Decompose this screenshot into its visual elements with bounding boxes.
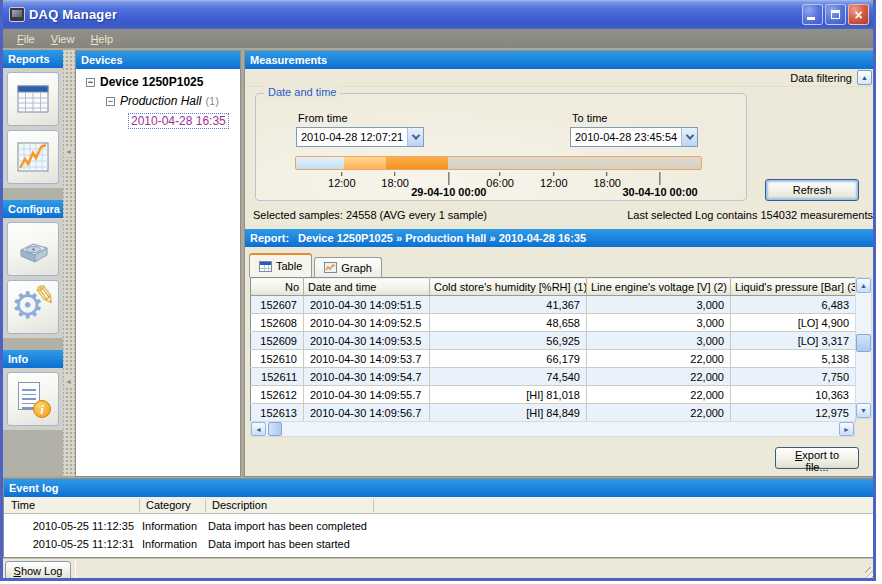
scroll-down-icon[interactable]: ▼ bbox=[856, 403, 871, 418]
tick-mark bbox=[607, 172, 608, 176]
timeline-tick: 18:00 bbox=[381, 172, 409, 189]
timeline-tick: 30-04-10 00:00 bbox=[622, 172, 697, 198]
reports-table-button[interactable] bbox=[7, 72, 59, 126]
event-log-header: Event log bbox=[4, 479, 876, 497]
tick-label: 12:00 bbox=[328, 177, 356, 189]
tree-node-log[interactable]: 2010-04-28 16:35 bbox=[128, 113, 236, 129]
table-row[interactable]: 152610 2010-04-30 14:09:53.7 66,179 22,0… bbox=[251, 350, 856, 368]
cell-pressure: 12,975 bbox=[731, 404, 856, 422]
event-description: Data import has been completed bbox=[208, 518, 367, 535]
from-time-select[interactable]: 2010-04-28 12:07:21 bbox=[296, 127, 424, 147]
col-datetime[interactable]: Date and time bbox=[304, 278, 430, 296]
range-segment-before[interactable] bbox=[296, 157, 344, 169]
status-bar: Show Log bbox=[3, 558, 876, 581]
sidebar-splitter[interactable]: ◄ ◄ bbox=[63, 50, 75, 476]
to-time-select[interactable]: 2010-04-28 23:45:54 bbox=[570, 127, 698, 147]
window-title: DAQ Manager bbox=[29, 7, 802, 22]
cell-voltage: 22,000 bbox=[587, 404, 731, 422]
scroll-up-icon[interactable]: ▲ bbox=[856, 278, 871, 293]
groupbox-legend: Date and time bbox=[264, 86, 340, 98]
scrollbar-thumb[interactable] bbox=[268, 422, 282, 436]
cell-no: 152611 bbox=[251, 368, 304, 386]
cell-no: 152610 bbox=[251, 350, 304, 368]
tick-mark bbox=[341, 172, 342, 176]
time-range-slider[interactable] bbox=[295, 156, 702, 170]
statusbar-divider bbox=[75, 561, 76, 579]
col-time[interactable]: Time bbox=[4, 497, 35, 514]
cell-no: 152612 bbox=[251, 386, 304, 404]
table-row[interactable]: 152607 2010-04-30 14:09:51.5 41,367 3,00… bbox=[251, 296, 856, 314]
scrollbar-thumb[interactable] bbox=[856, 334, 871, 352]
table-row[interactable]: 152612 2010-04-30 14:09:55.7 [HI] 81,018… bbox=[251, 386, 856, 404]
column-divider bbox=[205, 499, 206, 512]
range-segment-after[interactable] bbox=[448, 157, 701, 169]
col-pressure[interactable]: Liquid's pressure [Bar] (3) bbox=[731, 278, 856, 296]
cell-voltage: 22,000 bbox=[587, 350, 731, 368]
table-row[interactable]: 152609 2010-04-30 14:09:53.5 56,925 3,00… bbox=[251, 332, 856, 350]
cell-voltage: 22,000 bbox=[587, 368, 731, 386]
cell-voltage: 22,000 bbox=[587, 386, 731, 404]
tree-node-group[interactable]: − Production Hall (1) bbox=[106, 94, 236, 108]
info-badge-icon: i bbox=[33, 400, 51, 418]
range-segment-selected[interactable] bbox=[386, 157, 448, 169]
menu-view[interactable]: View bbox=[43, 31, 83, 47]
menu-help[interactable]: Help bbox=[82, 31, 121, 47]
table-row[interactable]: 152613 2010-04-30 14:09:56.7 [HI] 84,849… bbox=[251, 404, 856, 422]
collapse-filter-button[interactable]: ▲ bbox=[857, 70, 872, 85]
report-tabs: Table Graph bbox=[249, 253, 382, 277]
col-humidity[interactable]: Cold store's humidity [%RH] (1) bbox=[430, 278, 587, 296]
cell-no: 152613 bbox=[251, 404, 304, 422]
timeline-tick: 12:00 bbox=[540, 172, 568, 189]
table-report-icon bbox=[13, 79, 53, 119]
table-horizontal-scrollbar[interactable]: ◄ ► bbox=[250, 421, 855, 437]
minimize-button[interactable] bbox=[802, 4, 823, 25]
range-segment-selected-light[interactable] bbox=[344, 157, 386, 169]
dropdown-button[interactable] bbox=[407, 128, 423, 146]
tab-graph[interactable]: Graph bbox=[314, 257, 382, 277]
menu-file[interactable]: File bbox=[9, 31, 43, 47]
splitter-collapse-icon[interactable]: ◄ bbox=[65, 376, 72, 387]
event-log-row[interactable]: 2010-05-25 11:12:31 Information Data imp… bbox=[4, 536, 876, 553]
export-button[interactable]: Export to file... bbox=[775, 447, 859, 469]
tick-mark bbox=[500, 172, 501, 176]
close-button[interactable]: × bbox=[848, 4, 869, 25]
event-log-row[interactable]: 2010-05-25 11:12:35 Information Data imp… bbox=[4, 518, 876, 535]
titlebar[interactable]: DAQ Manager × bbox=[3, 0, 873, 29]
resize-grip[interactable] bbox=[865, 567, 876, 580]
col-no[interactable]: No bbox=[251, 278, 304, 296]
timeline-tick: 18:00 bbox=[593, 172, 621, 189]
cell-datetime: 2010-04-30 14:09:54.7 bbox=[304, 368, 430, 386]
table-vertical-scrollbar[interactable]: ▲ ▼ bbox=[855, 277, 872, 419]
scroll-left-icon[interactable]: ◄ bbox=[251, 422, 266, 436]
log-entry: 2010-04-28 16:35 bbox=[128, 113, 229, 129]
sidebar-header-configuration: Configura bbox=[3, 200, 63, 218]
table-row[interactable]: 152611 2010-04-30 14:09:54.7 74,540 22,0… bbox=[251, 368, 856, 386]
pencil-icon: ✎ bbox=[32, 279, 58, 313]
tab-table[interactable]: Table bbox=[249, 253, 312, 277]
scroll-right-icon[interactable]: ► bbox=[839, 422, 854, 436]
sidebar-section-info: Info i bbox=[3, 350, 63, 430]
col-description[interactable]: Description bbox=[205, 497, 267, 514]
splitter-collapse-icon[interactable]: ◄ bbox=[65, 146, 72, 157]
tree-node-device[interactable]: − Device 1250P1025 bbox=[86, 75, 236, 89]
event-time: 2010-05-25 11:12:35 bbox=[4, 518, 134, 535]
table-row[interactable]: 152608 2010-04-30 14:09:52.5 48,658 3,00… bbox=[251, 314, 856, 332]
tick-mark bbox=[448, 172, 449, 185]
config-edit-button[interactable]: ⚙ ✎ bbox=[7, 280, 59, 334]
gear-pencil-icon: ⚙ ✎ bbox=[12, 284, 54, 330]
collapse-icon[interactable]: − bbox=[106, 97, 115, 106]
info-button[interactable]: i bbox=[7, 372, 59, 426]
dropdown-button[interactable] bbox=[681, 128, 697, 146]
cell-pressure: 5,138 bbox=[731, 350, 856, 368]
reports-graph-button[interactable] bbox=[7, 130, 59, 184]
timeline-axis: 12:00 18:00 29-04-10 00:00 06:00 12:00 1… bbox=[295, 172, 702, 200]
col-voltage[interactable]: Line engine's voltage [V] (2) bbox=[587, 278, 731, 296]
col-category[interactable]: Category bbox=[139, 497, 191, 514]
refresh-button[interactable]: Refresh bbox=[765, 179, 859, 201]
maximize-button[interactable] bbox=[825, 4, 846, 25]
cell-datetime: 2010-04-30 14:09:52.5 bbox=[304, 314, 430, 332]
config-archive-button[interactable] bbox=[7, 222, 59, 276]
show-log-button[interactable]: Show Log bbox=[5, 561, 71, 580]
to-time-label: To time bbox=[572, 112, 607, 124]
collapse-icon[interactable]: − bbox=[86, 78, 95, 87]
